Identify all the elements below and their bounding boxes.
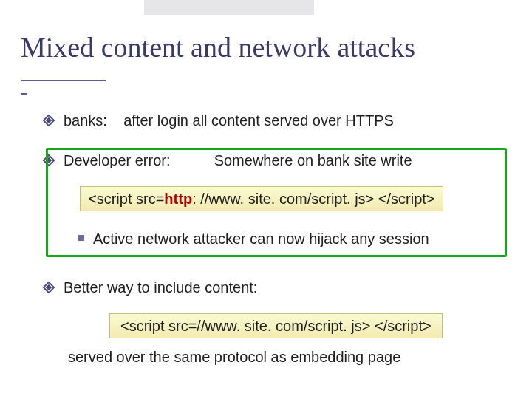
header-accent [144, 0, 314, 15]
code-text: : //www. site. com/script. js> </script> [192, 191, 434, 207]
slide-title: Mixed content and network attacks [21, 31, 517, 64]
sub-bullet-text: Active network attacker can now hijack a… [93, 229, 429, 248]
code-text: <script src= [88, 191, 164, 207]
trailing-text: served over the same protocol as embeddi… [68, 347, 510, 366]
diamond-bullet-icon [44, 116, 53, 125]
slide-body: banks: after login all content served ov… [44, 111, 510, 366]
sub-bullet-row: Active network attacker can now hijack a… [78, 229, 510, 248]
slide: Mixed content and network attacks banks:… [0, 0, 532, 399]
title-underline [21, 80, 106, 81]
code-snippet: <script src=//www. site. com/script. js>… [109, 313, 443, 338]
diamond-bullet-icon [44, 156, 53, 165]
bullet-row: banks: after login all content served ov… [44, 111, 510, 130]
bullet-row: Better way to include content: [44, 278, 510, 297]
bullet-text: Developer error: Somewhere on bank site … [64, 151, 412, 170]
code-text: <script src=//www. site. com/script. js>… [120, 318, 432, 334]
bullet-text: banks: after login all content served ov… [64, 111, 394, 130]
bullet-text: Better way to include content: [64, 278, 257, 297]
text-part: Somewhere on bank site write [214, 152, 412, 168]
diamond-bullet-icon [44, 283, 53, 292]
code-highlight: http [164, 191, 192, 207]
title-tick [21, 93, 27, 95]
text-part: Developer error: [64, 152, 171, 168]
bullet-row: Developer error: Somewhere on bank site … [44, 151, 510, 170]
square-bullet-icon [78, 235, 84, 241]
code-snippet: <script src=http: //www. site. com/scrip… [80, 186, 443, 211]
